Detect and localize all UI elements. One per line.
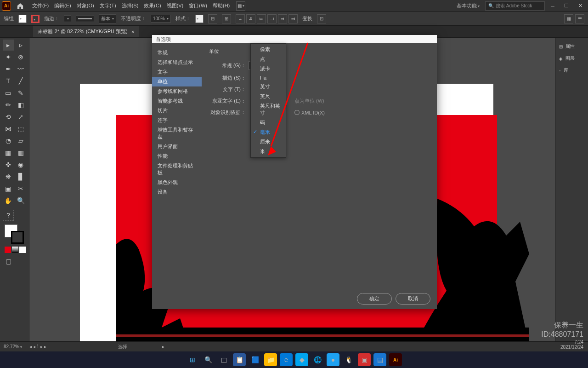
- paintbrush-tool[interactable]: ✎: [16, 87, 27, 98]
- mesh-tool[interactable]: ▦: [3, 147, 14, 158]
- line-tool[interactable]: ╱: [16, 75, 27, 86]
- free-transform-tool[interactable]: ⬚: [16, 123, 27, 134]
- artboard-tool[interactable]: ▣: [3, 183, 14, 194]
- color-mode-fill[interactable]: [5, 247, 11, 253]
- zoom-level[interactable]: 82.72%: [4, 344, 22, 349]
- sidebar-item-devices[interactable]: 设备: [152, 187, 202, 197]
- dropdown-option-inches[interactable]: 英寸: [251, 82, 286, 92]
- stroke-swatch[interactable]: [31, 15, 40, 23]
- menu-effect[interactable]: 效果(C): [141, 0, 164, 11]
- libraries-panel-button[interactable]: ▫库: [557, 65, 586, 75]
- sidebar-item-hyphenation[interactable]: 连字: [152, 115, 202, 125]
- xml-id-radio[interactable]: [294, 110, 300, 115]
- panel-icon-1[interactable]: ▦: [564, 14, 573, 23]
- eraser-tool[interactable]: ◧: [16, 99, 27, 110]
- ok-button[interactable]: 确定: [357, 293, 392, 305]
- close-button[interactable]: ✕: [574, 2, 586, 10]
- sidebar-item-ui[interactable]: 用户界面: [152, 142, 202, 151]
- layers-panel-button[interactable]: ◈图层: [557, 53, 586, 63]
- stroke-style-select[interactable]: 基本: [99, 14, 116, 23]
- rotate-tool[interactable]: ⟲: [3, 111, 14, 122]
- sidebar-item-general[interactable]: 常规: [152, 48, 202, 58]
- graphic-style[interactable]: [195, 15, 204, 23]
- edit-toolbar[interactable]: ?: [3, 210, 14, 221]
- panel-icon-2[interactable]: ☰: [575, 14, 584, 23]
- dropdown-option-points[interactable]: 点: [251, 54, 286, 64]
- sidebar-item-slices[interactable]: 切片: [152, 106, 202, 115]
- menu-edit[interactable]: 编辑(E): [51, 0, 74, 11]
- color-picker[interactable]: [5, 224, 25, 245]
- taskbar-app-3[interactable]: ◆: [295, 353, 308, 366]
- chrome-icon[interactable]: 🌐: [311, 353, 324, 366]
- illustrator-taskbar-icon[interactable]: Ai: [389, 353, 402, 366]
- maximize-button[interactable]: ☐: [560, 2, 572, 10]
- menu-help[interactable]: 帮助(H): [210, 0, 232, 11]
- dropdown-option-feet-inches[interactable]: 英尺和英寸: [251, 101, 286, 118]
- dropdown-option-picas[interactable]: 派卡: [251, 64, 286, 74]
- transform-label[interactable]: 变换: [302, 15, 312, 22]
- start-button[interactable]: ⊞: [186, 353, 199, 366]
- hand-tool[interactable]: ✋: [3, 195, 14, 206]
- sidebar-item-performance[interactable]: 性能: [152, 151, 202, 161]
- taskbar-app-1[interactable]: 📋: [233, 353, 246, 366]
- menu-select[interactable]: 选择(S): [119, 0, 141, 11]
- menu-window[interactable]: 窗口(W): [186, 0, 210, 11]
- menu-object[interactable]: 对象(O): [74, 0, 97, 11]
- shaper-tool[interactable]: ✏: [3, 99, 14, 110]
- width-tool[interactable]: ⋈: [3, 123, 14, 134]
- document-tab[interactable]: 未标题-2* @ 82.72% (CMYK/GPU 预览) ×: [33, 26, 139, 37]
- stroke-color[interactable]: [11, 231, 24, 244]
- type-tool[interactable]: T: [3, 75, 14, 86]
- task-view-icon[interactable]: ◫: [217, 353, 230, 366]
- align-vcenter-icon[interactable]: ⫤: [278, 14, 287, 23]
- align-right-icon[interactable]: ⫢: [257, 14, 266, 23]
- taskbar-app-5[interactable]: ▣: [358, 353, 371, 366]
- fill-swatch[interactable]: [18, 15, 27, 23]
- curvature-tool[interactable]: 〰: [16, 63, 27, 75]
- slice-tool[interactable]: ✂: [16, 183, 27, 194]
- taskbar-app-6[interactable]: ▤: [373, 353, 386, 366]
- sidebar-item-file-handling[interactable]: 文件处理和剪贴板: [152, 161, 202, 178]
- taskbar-app-2[interactable]: 🟦: [249, 353, 261, 366]
- nav-controls[interactable]: ◂ ◂ 1 ▸ ▸: [29, 344, 46, 349]
- shape-builder-tool[interactable]: ◔: [3, 135, 14, 146]
- graph-tool[interactable]: ▊: [16, 171, 27, 182]
- dropdown-option-cm[interactable]: 厘米: [251, 137, 286, 147]
- color-mode-gradient[interactable]: [12, 247, 18, 253]
- align-bottom-icon[interactable]: ⫥: [288, 14, 298, 23]
- sidebar-item-smart-guides[interactable]: 智能参考线: [152, 96, 202, 106]
- align-hcenter-icon[interactable]: ⫡: [246, 14, 255, 23]
- dropdown-option-ha[interactable]: Ha: [251, 74, 286, 82]
- file-explorer-icon[interactable]: 📁: [264, 353, 277, 366]
- gradient-tool[interactable]: ▥: [16, 147, 27, 158]
- sidebar-item-plugins[interactable]: 增效工具和暂存盘: [152, 125, 202, 142]
- search-input[interactable]: 🔍 搜索 Adobe Stock: [485, 1, 545, 11]
- edge-icon[interactable]: e: [280, 353, 293, 366]
- arrange-docs-icon[interactable]: ▦: [236, 1, 245, 11]
- blend-tool[interactable]: ◉: [16, 159, 27, 170]
- opacity-value[interactable]: 100%: [151, 15, 171, 23]
- perspective-tool[interactable]: ▱: [16, 135, 27, 146]
- rectangle-tool[interactable]: ▭: [3, 87, 14, 98]
- sidebar-item-selection[interactable]: 选择和锚点显示: [152, 58, 202, 67]
- dropdown-option-feet[interactable]: 英尺: [251, 92, 286, 101]
- dropdown-option-pixels[interactable]: 像素: [251, 45, 286, 54]
- selection-tool[interactable]: ▸: [3, 40, 14, 51]
- direct-selection-tool[interactable]: ▹: [16, 40, 27, 51]
- search-taskbar-icon[interactable]: 🔍: [202, 353, 215, 366]
- eyedropper-tool[interactable]: ✜: [3, 159, 14, 170]
- lasso-tool[interactable]: ⊗: [16, 52, 27, 63]
- zoom-tool[interactable]: 🔍: [16, 195, 27, 206]
- align-left-icon[interactable]: ⫠: [236, 14, 245, 23]
- menu-file[interactable]: 文件(F): [29, 0, 51, 11]
- scale-tool[interactable]: ⤢: [16, 111, 27, 122]
- stroke-weight[interactable]: [64, 15, 71, 22]
- close-tab-icon[interactable]: ×: [131, 29, 134, 34]
- pen-tool[interactable]: ✒: [3, 63, 14, 75]
- magic-wand-tool[interactable]: ✦: [3, 52, 14, 63]
- home-icon[interactable]: [15, 0, 26, 12]
- dropdown-option-m[interactable]: 米: [251, 147, 286, 156]
- stroke-preview[interactable]: [76, 16, 94, 22]
- minimize-button[interactable]: ─: [547, 2, 559, 10]
- nav-play[interactable]: ▸: [162, 344, 164, 349]
